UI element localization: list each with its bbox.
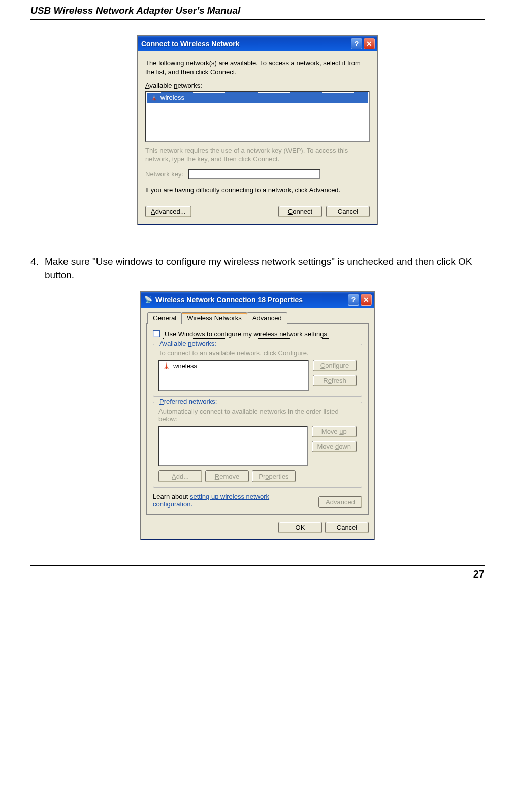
move-down-button[interactable]: Move down (312, 441, 357, 452)
tab-panel: Use Windows to configure my wireless net… (146, 323, 369, 515)
available-networks-group: Available networks: To connect to an ava… (153, 344, 362, 397)
ok-button[interactable]: OK (278, 522, 322, 533)
tab-wireless-networks[interactable]: Wireless Networks (181, 312, 247, 324)
page-header-text: USB Wireless Network Adapter User's Manu… (30, 5, 240, 16)
properties-button[interactable]: Properties (252, 470, 296, 482)
configure-button[interactable]: Configure (313, 360, 357, 371)
use-windows-checkbox-row[interactable]: Use Windows to configure my wireless net… (153, 330, 362, 339)
learn-row: Learn about setting up wireless network … (153, 493, 362, 508)
tab-general[interactable]: General (147, 312, 182, 324)
page-footer: 27 (30, 565, 485, 580)
properties-dialog-buttons: OK Cancel (146, 522, 369, 533)
close-icon[interactable]: ✕ (361, 294, 372, 306)
help-icon[interactable]: ? (351, 38, 362, 49)
use-windows-checkbox-label: Use Windows to configure my wireless net… (163, 330, 329, 339)
cancel-button[interactable]: Cancel (325, 522, 369, 533)
network-key-label: Network key: (145, 170, 183, 178)
available-networks-label: Available networks: (145, 82, 370, 89)
network-item-label: wireless (160, 94, 184, 101)
preferred-networks-group: Preferred networks: Automatically connec… (153, 402, 362, 488)
preferred-hint: Automatically connect to available netwo… (158, 408, 357, 423)
wireless-icon: 📡 (144, 296, 152, 304)
properties-body: General Wireless Networks Advanced Use W… (141, 308, 374, 539)
titlebar-buttons-2: ? ✕ (348, 294, 372, 306)
cancel-button[interactable]: Cancel (326, 206, 370, 217)
available-listbox[interactable]: 🗼 wireless (158, 360, 309, 391)
network-list-item[interactable]: 🗼 wireless (147, 92, 368, 103)
network-icon: 🗼 (163, 362, 170, 369)
network-item-label: wireless (173, 362, 197, 370)
preferred-right: Move up Move down (312, 426, 357, 452)
network-key-input[interactable] (188, 169, 320, 179)
step-number: 4. (30, 255, 45, 281)
network-key-row: Network key: (145, 169, 370, 179)
preferred-buttons: Add... Remove Properties (158, 470, 357, 482)
connect-button[interactable]: Connect (278, 206, 322, 217)
available-hint: To connect to an available network, clic… (158, 349, 357, 357)
move-up-button[interactable]: Move up (312, 426, 357, 437)
page-number: 27 (473, 568, 485, 580)
available-networks-listbox[interactable]: 🗼 wireless (145, 91, 370, 142)
help-icon[interactable]: ? (348, 294, 359, 306)
learn-text: Learn about setting up wireless network … (153, 493, 280, 508)
properties-title: Wireless Network Connection 18 Propertie… (155, 296, 345, 304)
refresh-button[interactable]: Refresh (313, 375, 357, 386)
available-networks-title: Available networks: (157, 340, 218, 347)
wep-note: This network requires the use of a netwo… (145, 147, 370, 164)
advanced-button[interactable]: Advanced... (145, 206, 191, 217)
network-icon: 🗼 (150, 94, 157, 101)
instruction-step: 4. Make sure "Use windows to configure m… (30, 255, 485, 281)
tabs: General Wireless Networks Advanced (146, 312, 369, 324)
preferred-networks-title: Preferred networks: (157, 398, 219, 405)
titlebar-buttons: ? ✕ (351, 38, 375, 49)
connect-dialog-titlebar: Connect to Wireless Network ? ✕ (138, 36, 377, 51)
learn-prefix: Learn about (153, 493, 190, 500)
advanced-settings-button[interactable]: Advanced (318, 496, 362, 508)
connect-intro-text: The following network(s) are available. … (145, 59, 370, 77)
page-header: USB Wireless Network Adapter User's Manu… (30, 5, 485, 20)
properties-dialog: 📡 Wireless Network Connection 18 Propert… (141, 292, 374, 540)
add-button[interactable]: Add... (158, 470, 202, 482)
tab-advanced[interactable]: Advanced (247, 312, 287, 324)
properties-titlebar: 📡 Wireless Network Connection 18 Propert… (141, 292, 374, 308)
step-text: Make sure "Use windows to configure my w… (45, 255, 485, 281)
preferred-listbox[interactable] (158, 426, 308, 466)
preferred-left (158, 426, 308, 466)
preferred-row: Move up Move down (158, 426, 357, 466)
connect-dialog-body: The following network(s) are available. … (138, 51, 377, 224)
connect-dialog-buttons: Advanced... Connect Cancel (145, 206, 370, 217)
difficulty-text: If you are having difficulty connecting … (145, 186, 370, 195)
checkbox-icon[interactable] (153, 330, 160, 337)
connect-dialog: Connect to Wireless Network ? ✕ The foll… (138, 36, 377, 225)
connect-dialog-title: Connect to Wireless Network (141, 40, 348, 48)
remove-button[interactable]: Remove (205, 470, 249, 482)
close-icon[interactable]: ✕ (364, 38, 375, 49)
list-item[interactable]: 🗼 wireless (160, 362, 307, 370)
